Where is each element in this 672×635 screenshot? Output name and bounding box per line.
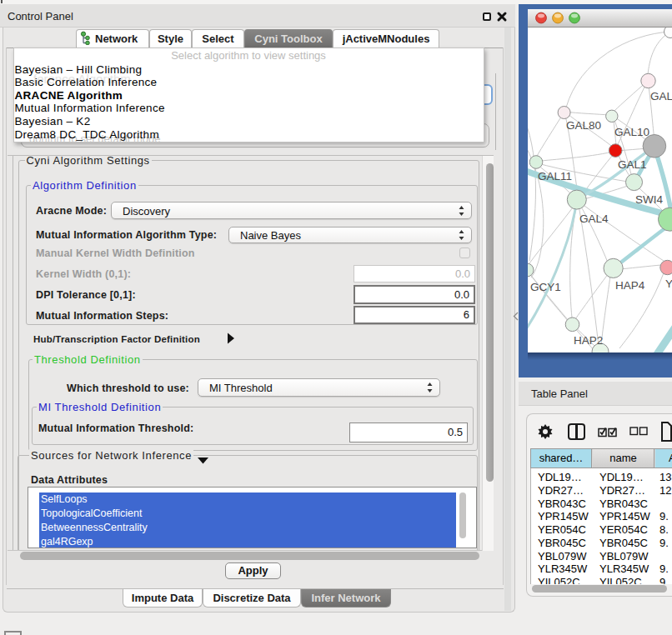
svg-text:SWI4: SWI4 (635, 193, 663, 206)
svg-text:GAL11: GAL11 (538, 170, 572, 182)
svg-text:GAL10: GAL10 (614, 126, 649, 138)
svg-text:Y: Y (665, 278, 672, 290)
svg-text:GAL4: GAL4 (579, 212, 609, 225)
svg-text:GCY1: GCY1 (530, 281, 561, 293)
svg-text:HAP2: HAP2 (574, 334, 603, 347)
svg-text:GAL80: GAL80 (566, 119, 601, 132)
svg-text:GAL: GAL (650, 90, 672, 102)
svg-text:GAL1: GAL1 (618, 158, 647, 171)
svg-text:HAP4: HAP4 (615, 279, 645, 292)
